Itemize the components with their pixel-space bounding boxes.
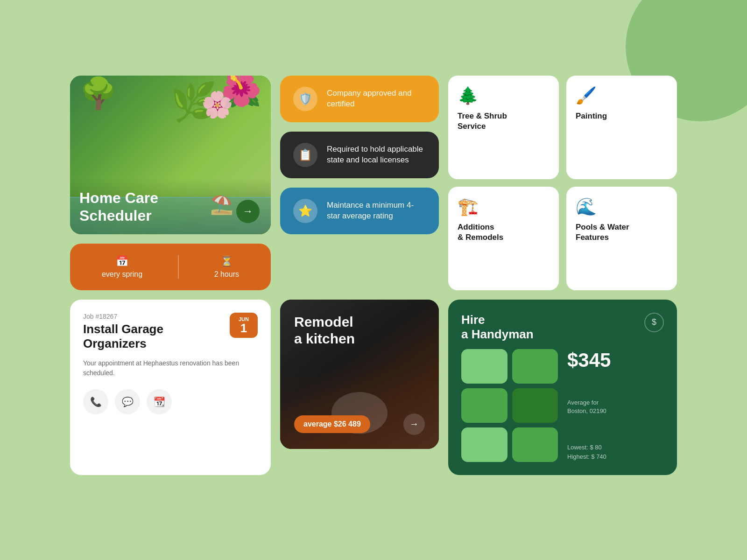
tree-shrub-label: Tree & Shrub Service: [458, 111, 550, 132]
handyman-range-low: Lowest: $ 80: [567, 444, 602, 451]
painting-icon: 🖌️: [576, 86, 668, 105]
arrow-icon: →: [243, 205, 253, 217]
service-tree-shrub[interactable]: 🌲 Tree & Shrub Service: [448, 76, 559, 179]
job-date-badge: JUN 1: [230, 313, 258, 338]
tree-icon: 🌲: [458, 86, 550, 105]
rating-text: Maintance a minimum 4-star average ratin…: [327, 200, 426, 222]
remodel-card[interactable]: Remodel a kitchen average $26 489 →: [280, 300, 439, 449]
document-icon: 📋: [298, 148, 312, 161]
additions-label: Additions & Remodels: [458, 222, 550, 243]
job-day: 1: [236, 322, 251, 334]
job-info: Job #18267 Install Garage Organizers: [83, 313, 163, 351]
approved-icon-circle: 🛡️: [293, 87, 317, 111]
hero-title: Home Care Scheduler: [79, 189, 158, 225]
handyman-price: $345: [567, 349, 664, 371]
handyman-icon-grid: [461, 349, 558, 462]
job-number: Job #18267: [83, 313, 163, 320]
service-pools[interactable]: 🌊 Pools & Water Features: [566, 187, 677, 290]
remodel-content: Remodel a kitchen average $26 489 →: [280, 300, 439, 449]
grid-item-5: [461, 427, 507, 462]
remodel-arrow-icon: →: [409, 419, 419, 429]
column-2: 🛡️ Company approved and certified 📋 Requ…: [280, 76, 439, 290]
pools-icon: 🌊: [576, 197, 668, 217]
remodel-title: Remodel a kitchen: [294, 314, 425, 347]
job-card: Job #18267 Install Garage Organizers JUN…: [70, 300, 271, 475]
hourglass-icon: ⏳: [220, 255, 233, 267]
row-2: Job #18267 Install Garage Organizers JUN…: [70, 300, 677, 475]
schedule-hours-label: 2 hours: [214, 270, 239, 279]
handyman-range: Lowest: $ 80 Highest: $ 740: [567, 443, 664, 462]
hero-card[interactable]: 🌺 🌿 🌳 🌸 ⛱️ Home Care Scheduler →: [70, 76, 271, 234]
handyman-header: Hire a Handyman $: [461, 313, 664, 342]
job-description: Your appointment at Hephaestus renovatio…: [83, 358, 258, 378]
remodel-price-badge: average $26 489: [294, 415, 370, 433]
message-button[interactable]: 💬: [115, 389, 140, 414]
hero-arrow-button[interactable]: →: [236, 200, 260, 223]
painting-label: Painting: [576, 111, 668, 121]
schedule-spring: 📅 every spring: [102, 255, 142, 279]
umbrella-decoration: ⛱️: [210, 194, 233, 216]
handyman-price-column: $345 Average for Boston, 02190 Lowest: $…: [567, 349, 664, 462]
job-title: Install Garage Organizers: [83, 322, 163, 351]
handyman-card: Hire a Handyman $ $345: [448, 300, 677, 475]
handyman-range-high: Highest: $ 740: [567, 453, 606, 460]
schedule-button[interactable]: 📆: [147, 389, 172, 414]
call-button[interactable]: 📞: [83, 389, 108, 414]
licenses-icon-circle: 📋: [293, 143, 317, 167]
pools-label: Pools & Water Features: [576, 222, 668, 243]
grid-item-4: [512, 388, 558, 423]
tree2-decoration: 🌳: [79, 76, 117, 111]
dollar-icon: $: [652, 317, 656, 327]
remodel-arrow-button[interactable]: →: [403, 413, 425, 435]
grid-item-2: [512, 349, 558, 384]
handyman-dollar-button[interactable]: $: [644, 313, 664, 332]
remodel-bottom: average $26 489 →: [294, 413, 425, 435]
grid-item-6: [512, 427, 558, 462]
badge-rating: ⭐ Maintance a minimum 4-star average rat…: [280, 188, 439, 234]
service-painting[interactable]: 🖌️ Painting: [566, 76, 677, 179]
page-wrapper: 🌺 🌿 🌳 🌸 ⛱️ Home Care Scheduler → 📅 every…: [0, 0, 747, 560]
job-header: Job #18267 Install Garage Organizers JUN…: [83, 313, 258, 351]
calendar-action-icon: 📆: [154, 396, 165, 407]
rating-icon-circle: ⭐: [293, 199, 317, 223]
schedule-spring-label: every spring: [102, 270, 142, 279]
schedule-hours: ⏳ 2 hours: [214, 255, 239, 279]
handyman-title: Hire a Handyman: [461, 313, 534, 342]
shield-icon: 🛡️: [298, 92, 312, 105]
chat-icon: 💬: [122, 396, 134, 407]
grid-item-3: [461, 388, 507, 423]
phone-icon: 📞: [90, 396, 102, 407]
badge-licenses: 📋 Required to hold applicable state and …: [280, 132, 439, 178]
schedule-divider: [178, 255, 179, 279]
schedule-card: 📅 every spring ⏳ 2 hours: [70, 244, 271, 290]
main-grid: 🌺 🌿 🌳 🌸 ⛱️ Home Care Scheduler → 📅 every…: [70, 76, 677, 484]
grid-item-1: [461, 349, 507, 384]
licenses-text: Required to hold applicable state and lo…: [327, 144, 426, 166]
service-grid: 🌲 Tree & Shrub Service 🖌️ Painting 🏗️ Ad…: [448, 76, 677, 290]
additions-icon: 🏗️: [458, 197, 550, 217]
handyman-location: Average for Boston, 02190: [567, 399, 664, 415]
approved-text: Company approved and certified: [327, 88, 426, 110]
calendar-icon: 📅: [116, 255, 128, 267]
service-additions[interactable]: 🏗️ Additions & Remodels: [448, 187, 559, 290]
flower-decoration: 🌸: [201, 90, 233, 120]
column-1: 🌺 🌿 🌳 🌸 ⛱️ Home Care Scheduler → 📅 every…: [70, 76, 271, 290]
badge-approved: 🛡️ Company approved and certified: [280, 76, 439, 122]
star-icon: ⭐: [298, 204, 312, 217]
handyman-body: $345 Average for Boston, 02190 Lowest: $…: [461, 349, 664, 462]
job-actions: 📞 💬 📆: [83, 389, 258, 414]
